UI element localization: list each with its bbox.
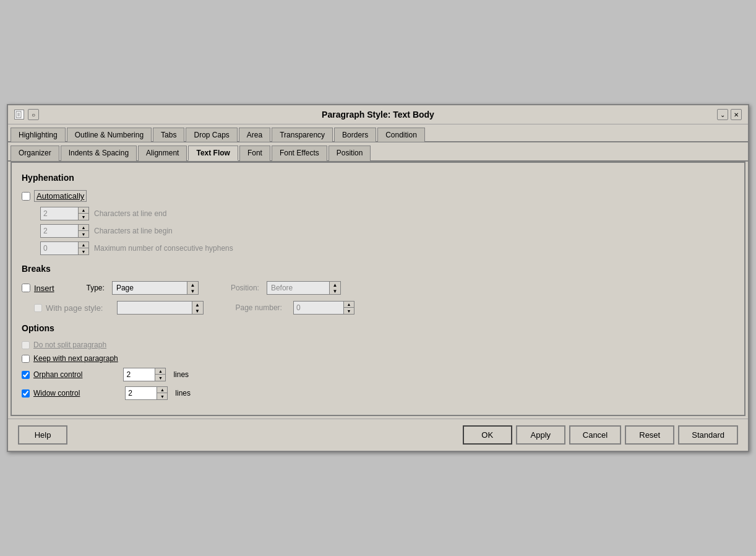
tab-highlighting[interactable]: Highlighting	[11, 128, 66, 142]
page-style-arrow[interactable]: ▲ ▼	[192, 302, 203, 314]
orphan-control-row: Orphan control ▲ ▼ lines	[22, 368, 734, 381]
tab-alignment[interactable]: Alignment	[138, 146, 187, 161]
max-hyphens-label: Maximum number of consecutive hyphens	[94, 244, 233, 253]
max-hyphens-up[interactable]: ▲	[79, 242, 88, 248]
chars-line-end-row: ▲ ▼ Characters at line end	[40, 207, 734, 220]
chars-line-end-input[interactable]	[41, 207, 78, 220]
tab-font[interactable]: Font	[239, 146, 270, 161]
breaks-insert-row: Insert Type: ▲ ▼ Position: ▲ ▼	[22, 281, 734, 295]
button-bar: Help OK Apply Cancel Reset Standard	[8, 419, 748, 451]
max-hyphens-down[interactable]: ▼	[79, 248, 88, 254]
position-arrow[interactable]: ▲ ▼	[329, 282, 340, 294]
dialog-title: Paragraph Style: Text Body	[39, 110, 717, 119]
help-button[interactable]: Help	[18, 425, 67, 445]
widow-control-spinner[interactable]: ▲ ▼	[125, 386, 168, 400]
page-style-checkbox-row: With page style:	[34, 303, 103, 313]
with-page-style-checkbox[interactable]	[34, 304, 42, 312]
position-input[interactable]	[267, 282, 329, 294]
tab-condition[interactable]: Condition	[377, 128, 425, 142]
chars-line-begin-label: Characters at line begin	[94, 227, 173, 235]
tab-outline-numbering[interactable]: Outline & Numbering	[67, 128, 152, 142]
page-style-input[interactable]	[118, 302, 192, 314]
keep-with-next-label: Keep with next paragraph	[33, 354, 118, 363]
page-number-input[interactable]	[294, 302, 343, 314]
max-hyphens-input[interactable]	[41, 242, 78, 254]
tab-borders[interactable]: Borders	[334, 128, 376, 142]
page-number-spinner[interactable]: ▲ ▼	[293, 301, 354, 315]
chars-line-end-spinner[interactable]: ▲ ▼	[40, 207, 89, 220]
orphan-control-spinner[interactable]: ▲ ▼	[123, 368, 166, 381]
do-not-split-label: Do not split paragraph	[33, 341, 106, 349]
cancel-button[interactable]: Cancel	[569, 425, 621, 445]
chars-line-begin-spinner[interactable]: ▲ ▼	[40, 224, 89, 238]
chars-line-end-up[interactable]: ▲	[79, 207, 88, 214]
orphan-control-spinner-btns: ▲ ▼	[155, 368, 165, 381]
apply-button[interactable]: Apply	[516, 425, 565, 445]
orphan-control-down[interactable]: ▼	[155, 375, 165, 381]
widow-lines-label: lines	[175, 389, 191, 397]
chars-line-begin-down[interactable]: ▼	[79, 231, 88, 237]
document-icon	[14, 110, 24, 119]
tab-tabs[interactable]: Tabs	[153, 128, 184, 142]
automatically-checkbox[interactable]	[22, 192, 30, 201]
page-style-select-group[interactable]: ▲ ▼	[117, 301, 204, 315]
tab-transparency[interactable]: Transparency	[272, 128, 333, 142]
type-select-group[interactable]: ▲ ▼	[112, 281, 199, 295]
standard-button[interactable]: Standard	[678, 425, 738, 445]
title-controls: ⌄ ✕	[717, 109, 742, 120]
chars-line-end-spinner-btns: ▲ ▼	[78, 207, 88, 220]
chars-line-end-down[interactable]: ▼	[79, 214, 88, 220]
insert-label: Insert	[34, 284, 54, 293]
insert-checkbox-row: Insert	[22, 284, 54, 293]
reset-button[interactable]: Reset	[625, 425, 674, 445]
widow-control-up[interactable]: ▲	[157, 387, 167, 393]
chars-line-begin-up[interactable]: ▲	[79, 225, 88, 231]
type-input[interactable]	[113, 282, 187, 294]
tab-font-effects[interactable]: Font Effects	[272, 146, 327, 161]
page-number-label: Page number:	[236, 303, 282, 312]
automatically-label: Automatically	[34, 190, 87, 202]
dropdown-button[interactable]: ⌄	[717, 109, 728, 120]
widow-control-down[interactable]: ▼	[157, 393, 167, 399]
orphan-lines-label: lines	[173, 370, 189, 379]
title-bar: ○ Paragraph Style: Text Body ⌄ ✕	[8, 105, 748, 124]
hyphenation-title: Hyphenation	[22, 173, 734, 183]
widow-control-label: Widow control	[33, 389, 80, 397]
tab-area[interactable]: Area	[239, 128, 270, 142]
widow-control-checkbox[interactable]	[22, 389, 30, 397]
orphan-control-label: Orphan control	[33, 370, 82, 379]
type-label: Type:	[87, 284, 105, 292]
type-arrow[interactable]: ▲ ▼	[187, 282, 198, 294]
page-number-down[interactable]: ▼	[344, 308, 354, 314]
orphan-control-input[interactable]	[124, 368, 155, 381]
max-hyphens-spinner-btns: ▲ ▼	[78, 242, 88, 254]
chars-line-begin-row: ▲ ▼ Characters at line begin	[40, 224, 734, 238]
options-title: Options	[22, 323, 734, 333]
keep-with-next-checkbox[interactable]	[22, 355, 30, 363]
tab-drop-caps[interactable]: Drop Caps	[186, 128, 237, 142]
insert-checkbox[interactable]	[22, 284, 30, 292]
keep-with-next-row: Keep with next paragraph	[22, 354, 734, 363]
orphan-control-up[interactable]: ▲	[155, 368, 165, 375]
page-style-row: With page style: ▲ ▼ Page number: ▲ ▼	[34, 301, 734, 315]
page-number-up[interactable]: ▲	[344, 302, 354, 308]
tab-organizer[interactable]: Organizer	[11, 146, 59, 161]
tab-position[interactable]: Position	[329, 146, 371, 161]
breaks-title: Breaks	[22, 264, 734, 274]
ok-button[interactable]: OK	[463, 425, 512, 445]
chars-line-begin-input[interactable]	[41, 225, 78, 237]
widow-control-input[interactable]	[126, 387, 157, 399]
tab-indents-spacing[interactable]: Indents & Spacing	[61, 146, 137, 161]
page-number-spinner-btns: ▲ ▼	[343, 302, 354, 314]
tab-text-flow[interactable]: Text Flow	[188, 146, 238, 161]
max-hyphens-spinner[interactable]: ▲ ▼	[40, 241, 89, 255]
chars-line-end-label: Characters at line end	[94, 209, 166, 218]
do-not-split-checkbox[interactable]	[22, 341, 30, 349]
widow-control-row: Widow control ▲ ▼ lines	[22, 386, 734, 400]
orphan-control-checkbox[interactable]	[22, 371, 30, 379]
position-select-group[interactable]: ▲ ▼	[267, 281, 341, 295]
close-button[interactable]: ✕	[731, 109, 742, 120]
chars-line-begin-spinner-btns: ▲ ▼	[78, 225, 88, 237]
tabs-row-2: Organizer Indents & Spacing Alignment Te…	[8, 142, 748, 162]
minimize-button[interactable]: ○	[28, 109, 39, 120]
